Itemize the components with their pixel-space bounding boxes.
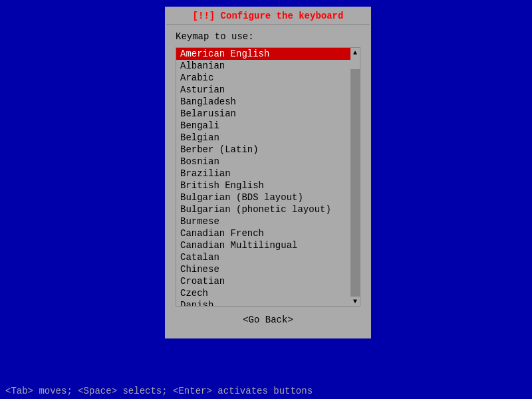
scroll-up-arrow[interactable]: ▲	[350, 48, 360, 57]
scroll-track[interactable]	[350, 57, 360, 297]
go-back-button[interactable]: <Go Back>	[243, 315, 293, 325]
list-item[interactable]: Arabic	[176, 72, 350, 84]
list-item[interactable]: British English	[176, 180, 350, 192]
list-item[interactable]: Czech	[176, 287, 350, 299]
list-item[interactable]: Belgian	[176, 132, 350, 144]
list-item[interactable]: Bulgarian (BDS layout)	[176, 192, 350, 203]
keymap-list-container: American EnglishAlbanianArabicAsturianBa…	[176, 47, 360, 307]
title-text: [!!] Configure the keyboard	[193, 11, 344, 21]
list-item[interactable]: Bosnian	[176, 156, 350, 168]
list-item[interactable]: Albanian	[176, 60, 350, 72]
list-item[interactable]: Bangladesh	[176, 96, 350, 108]
dialog-body: Keymap to use: American EnglishAlbanianA…	[166, 25, 370, 337]
configure-keyboard-dialog: [!!] Configure the keyboard Keymap to us…	[165, 7, 371, 338]
list-item[interactable]: Berber (Latin)	[176, 144, 350, 156]
go-back-container: <Go Back>	[176, 307, 360, 331]
list-item[interactable]: Bengali	[176, 120, 350, 132]
keymap-label: Keymap to use:	[176, 31, 360, 42]
scroll-down-arrow[interactable]: ▼	[350, 297, 360, 306]
list-item[interactable]: Belarusian	[176, 108, 350, 120]
list-item[interactable]: Croatian	[176, 275, 350, 287]
keymap-list[interactable]: American EnglishAlbanianArabicAsturianBa…	[176, 48, 350, 306]
list-item[interactable]: Danish	[176, 299, 350, 306]
scrollbar: ▲ ▼	[350, 48, 360, 306]
dialog-title: [!!] Configure the keyboard	[166, 8, 370, 25]
list-item[interactable]: American English	[176, 48, 350, 60]
list-item[interactable]: Canadian Multilingual	[176, 239, 350, 251]
status-bar: <Tab> moves; <Space> selects; <Enter> ac…	[0, 383, 532, 399]
list-item[interactable]: Canadian French	[176, 227, 350, 239]
scroll-thumb	[350, 57, 360, 69]
list-item[interactable]: Chinese	[176, 263, 350, 275]
list-item[interactable]: Catalan	[176, 251, 350, 263]
list-item[interactable]: Asturian	[176, 84, 350, 96]
list-item[interactable]: Bulgarian (phonetic layout)	[176, 203, 350, 215]
list-item[interactable]: Burmese	[176, 215, 350, 227]
list-item[interactable]: Brazilian	[176, 168, 350, 180]
